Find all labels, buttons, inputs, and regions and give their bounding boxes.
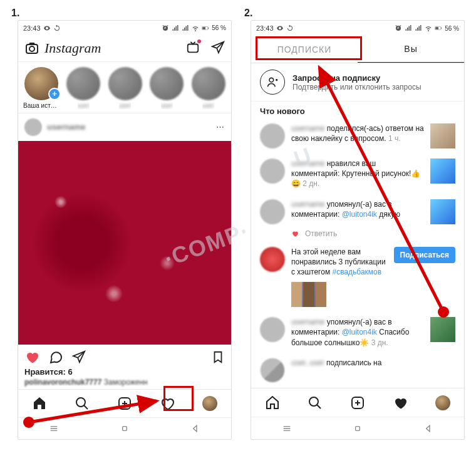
activity-item[interactable]: user, user подписались на bbox=[251, 353, 464, 388]
svg-rect-12 bbox=[441, 28, 442, 29]
camera-icon[interactable] bbox=[24, 41, 39, 56]
sync-icon bbox=[286, 24, 294, 32]
nav-search-icon[interactable] bbox=[307, 395, 323, 411]
story-item[interactable]: user bbox=[66, 67, 101, 108]
activity-item[interactable]: username упомянул(-а) вас в комментарии:… bbox=[251, 194, 464, 229]
android-nav-bar bbox=[18, 417, 231, 439]
post-thumbnail[interactable] bbox=[430, 123, 455, 148]
android-nav-bar bbox=[251, 417, 464, 439]
post-more-icon[interactable]: ⋯ bbox=[216, 122, 225, 132]
signal2-icon bbox=[182, 24, 189, 32]
stories-row[interactable]: Ваша истор... user user user user bbox=[18, 62, 231, 112]
android-back-icon[interactable] bbox=[423, 424, 433, 434]
nav-add-icon[interactable] bbox=[349, 395, 366, 411]
activity-reply-row[interactable]: Ответить bbox=[251, 229, 464, 242]
activity-tabs: ПОДПИСКИ Вы bbox=[251, 36, 464, 63]
post-image[interactable] bbox=[18, 141, 231, 345]
story-your-story[interactable]: Ваша истор... bbox=[23, 67, 59, 108]
status-battery: 56 % bbox=[445, 25, 459, 32]
alarm-icon bbox=[162, 24, 169, 32]
bookmark-icon[interactable] bbox=[211, 350, 225, 364]
user-avatar[interactable] bbox=[260, 159, 285, 184]
tab-following[interactable]: ПОДПИСКИ bbox=[251, 36, 358, 63]
activity-item[interactable]: username поделился(-ась) ответом на свою… bbox=[251, 118, 464, 153]
post-actions bbox=[18, 345, 231, 366]
post-thumbnail[interactable] bbox=[430, 199, 455, 224]
user-avatar[interactable] bbox=[260, 317, 285, 342]
suggestion-thumbs bbox=[251, 282, 464, 312]
nav-home-icon[interactable] bbox=[31, 395, 48, 412]
post-author-name[interactable]: username bbox=[47, 122, 85, 132]
app-header: Instagram bbox=[18, 35, 231, 62]
android-home-icon[interactable] bbox=[120, 424, 130, 434]
nav-profile-icon[interactable] bbox=[202, 395, 218, 412]
status-battery: 56 % bbox=[212, 24, 226, 31]
eye-icon bbox=[276, 24, 284, 32]
android-menu-icon[interactable] bbox=[282, 424, 292, 434]
user-avatar[interactable] bbox=[260, 199, 285, 224]
user-avatar[interactable] bbox=[260, 123, 285, 148]
follow-requests-row[interactable]: Запросы на подписку Подтвердить или откл… bbox=[251, 63, 464, 101]
post-likes-count[interactable]: Нравится: 6 bbox=[18, 366, 231, 378]
signal-icon bbox=[405, 24, 412, 32]
activity-item[interactable]: username упомянул(-а) вас в комментарии:… bbox=[251, 312, 464, 353]
follow-requests-subtitle: Подтвердить или отклонить запросы bbox=[292, 83, 422, 91]
battery-icon bbox=[202, 24, 209, 32]
post-header[interactable]: username ⋯ bbox=[18, 113, 231, 141]
svg-rect-8 bbox=[123, 427, 127, 431]
like-icon[interactable] bbox=[24, 350, 39, 365]
nav-search-icon[interactable] bbox=[74, 395, 90, 412]
step-label-1: 1. bbox=[11, 8, 19, 19]
reply-label[interactable]: Ответить bbox=[305, 229, 337, 238]
post-author-avatar[interactable] bbox=[24, 118, 42, 136]
svg-rect-17 bbox=[356, 426, 360, 430]
post-thumbnail-row[interactable] bbox=[291, 282, 326, 307]
activity-item[interactable]: username нравился ваш комментарий: Круте… bbox=[251, 153, 464, 194]
section-whats-new: Что нового bbox=[251, 101, 464, 118]
status-time: 23:43 bbox=[23, 24, 41, 32]
svg-point-4 bbox=[29, 46, 34, 51]
story-item[interactable]: user bbox=[149, 67, 185, 108]
notification-dot bbox=[197, 39, 201, 43]
svg-rect-5 bbox=[188, 44, 199, 52]
post-thumbnail[interactable] bbox=[430, 317, 455, 342]
step-label-2: 2. bbox=[244, 8, 252, 19]
hashtag-avatar bbox=[260, 247, 285, 272]
post-thumbnail[interactable] bbox=[430, 159, 455, 184]
bottom-nav bbox=[251, 388, 464, 417]
android-menu-icon[interactable] bbox=[49, 424, 59, 434]
follow-button[interactable]: Подписаться bbox=[394, 247, 455, 263]
comment-icon[interactable] bbox=[48, 350, 63, 365]
phone-activity: 23:43 56 % ПОДПИСКИ Вы Запросы на подпис… bbox=[251, 20, 465, 440]
android-home-icon[interactable] bbox=[353, 424, 363, 434]
nav-add-icon[interactable] bbox=[116, 395, 133, 412]
post-caption: polinavoronchuk7777 Замороженн bbox=[18, 378, 231, 389]
user-avatar-stack[interactable] bbox=[260, 358, 285, 383]
nav-activity-icon[interactable] bbox=[159, 395, 175, 412]
nav-profile-icon[interactable] bbox=[435, 395, 451, 411]
battery-icon bbox=[435, 24, 442, 32]
svg-point-15 bbox=[309, 397, 318, 406]
status-bar: 23:43 56 % bbox=[251, 21, 464, 36]
phone-feed: 23:43 56 % Instagram bbox=[18, 20, 232, 440]
sync-icon bbox=[53, 24, 61, 32]
igtv-icon[interactable] bbox=[186, 41, 200, 56]
svg-rect-1 bbox=[208, 27, 209, 29]
status-bar: 23:43 56 % bbox=[18, 21, 231, 35]
story-your-label: Ваша истор... bbox=[23, 102, 59, 109]
story-item[interactable]: user bbox=[191, 67, 227, 108]
tab-you[interactable]: Вы bbox=[358, 36, 464, 63]
direct-icon[interactable] bbox=[211, 41, 225, 56]
share-icon[interactable] bbox=[72, 350, 86, 364]
nav-activity-icon[interactable] bbox=[392, 395, 408, 411]
alarm-icon bbox=[395, 24, 402, 32]
nav-home-icon[interactable] bbox=[264, 395, 281, 411]
signal2-icon bbox=[415, 24, 422, 32]
android-back-icon[interactable] bbox=[190, 424, 200, 434]
bottom-nav bbox=[18, 389, 231, 417]
svg-rect-2 bbox=[202, 27, 205, 29]
wifi-icon bbox=[192, 24, 199, 32]
story-item[interactable]: user bbox=[108, 67, 143, 108]
activity-item-suggestion[interactable]: На этой неделе вам понравились 3 публика… bbox=[251, 242, 464, 283]
signal-icon bbox=[172, 24, 179, 32]
